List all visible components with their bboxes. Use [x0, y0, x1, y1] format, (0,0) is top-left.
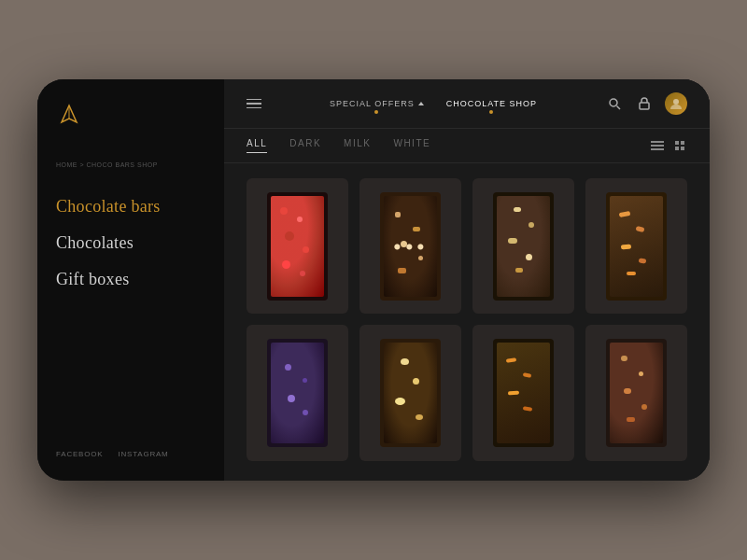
- product-grid: [224, 163, 710, 481]
- grid-view-icon: [675, 141, 684, 150]
- facebook-link[interactable]: FACEBOOK: [56, 450, 103, 458]
- view-toggle-buttons: [650, 138, 687, 153]
- sidebar-item-chocolate-bars[interactable]: Chocolate bars: [56, 193, 205, 220]
- sidebar: HOME > CHOCO BARS SHOP Chocolate bars Ch…: [37, 79, 224, 481]
- filter-tab-all[interactable]: ALL: [247, 138, 267, 153]
- lock-icon: [639, 97, 650, 110]
- product-card-4[interactable]: [585, 178, 687, 314]
- social-links: FACEBOOK INSTAGRAM: [56, 431, 205, 458]
- filter-tabs: ALL DARK MILK WHITE: [247, 138, 650, 153]
- products-row-1: [247, 178, 687, 314]
- brand-logo-icon: [56, 102, 82, 128]
- special-offers-dropdown-icon: [418, 102, 424, 105]
- list-view-button[interactable]: [650, 138, 665, 153]
- chocolate-shop-active-dot: [489, 110, 493, 114]
- search-icon: [608, 97, 621, 110]
- product-card-7[interactable]: [472, 325, 574, 460]
- logo-area: [56, 102, 205, 128]
- instagram-link[interactable]: INSTAGRAM: [118, 450, 168, 458]
- grid-view-button[interactable]: [672, 138, 687, 153]
- filter-bar: ALL DARK MILK WHITE: [224, 129, 710, 163]
- sidebar-item-gift-boxes[interactable]: Gift boxes: [56, 266, 205, 293]
- product-card-3[interactable]: [472, 178, 574, 314]
- svg-line-1: [616, 106, 620, 110]
- chocolate-bar-image-3: [493, 192, 554, 301]
- chocolate-shop-nav-link[interactable]: CHOCOLATE SHOP: [446, 99, 537, 108]
- chocolate-bar-image-6: [380, 339, 441, 447]
- product-card-1[interactable]: [247, 178, 348, 314]
- user-avatar-button[interactable]: [665, 92, 687, 115]
- avatar-icon: [669, 97, 683, 110]
- chocolate-bar-image-4: [606, 192, 667, 301]
- filter-tab-white[interactable]: WHITE: [393, 138, 430, 153]
- lock-button[interactable]: [635, 94, 654, 113]
- special-offers-nav-link[interactable]: SPECIAL OFFERS: [330, 99, 424, 108]
- main-content: SPECIAL OFFERS CHOCOLATE SHOP: [224, 79, 710, 481]
- sidebar-item-chocolates[interactable]: Chocolates: [56, 230, 205, 257]
- nav-action-icons: [605, 92, 687, 115]
- product-card-8[interactable]: [585, 325, 687, 460]
- svg-point-3: [673, 99, 679, 105]
- chocolate-bar-image-5: [267, 339, 328, 447]
- breadcrumb: HOME > CHOCO BARS SHOP: [56, 154, 205, 171]
- svg-rect-2: [640, 103, 649, 109]
- chocolate-bar-image-7: [493, 339, 554, 447]
- chocolate-bar-image-2: [380, 192, 441, 301]
- chocolate-bar-image-1: [267, 192, 328, 301]
- special-offers-active-dot: [374, 110, 378, 114]
- filter-tab-dark[interactable]: DARK: [289, 138, 321, 153]
- product-card-2[interactable]: [359, 178, 461, 314]
- chocolate-bar-image-8: [606, 339, 667, 447]
- products-row-2: [247, 325, 687, 460]
- search-button[interactable]: [605, 94, 624, 113]
- product-card-5[interactable]: [247, 325, 348, 460]
- sidebar-nav: Chocolate bars Chocolates Gift boxes: [56, 193, 205, 431]
- product-card-6[interactable]: [359, 325, 461, 460]
- list-view-icon: [651, 141, 664, 150]
- filter-tab-milk[interactable]: MILK: [344, 138, 371, 153]
- hamburger-menu-button[interactable]: [247, 99, 261, 109]
- main-nav-links: SPECIAL OFFERS CHOCOLATE SHOP: [330, 99, 537, 108]
- top-navigation: SPECIAL OFFERS CHOCOLATE SHOP: [224, 79, 710, 129]
- svg-point-0: [610, 99, 617, 106]
- device-frame: HOME > CHOCO BARS SHOP Chocolate bars Ch…: [37, 79, 710, 481]
